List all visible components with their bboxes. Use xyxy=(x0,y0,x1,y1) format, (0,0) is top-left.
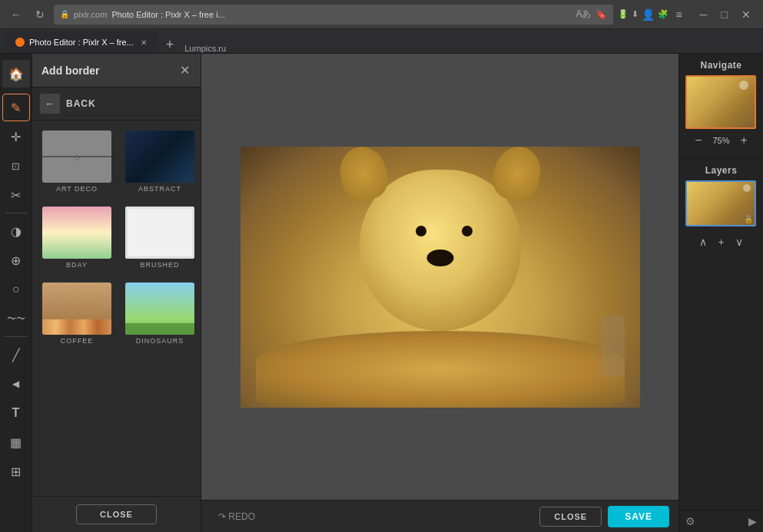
navigate-title: Navigate xyxy=(685,60,757,71)
back-button-panel[interactable]: ← xyxy=(40,94,60,114)
new-tab-button[interactable]: + xyxy=(161,37,179,53)
art-deco-preview-visual xyxy=(42,131,111,183)
border-item-brushed[interactable]: BRUSHED xyxy=(121,203,198,273)
close-panel-button[interactable]: CLOSE xyxy=(76,504,157,524)
filter-icon: ⊕ xyxy=(11,253,21,268)
eraser-tool-button[interactable]: ◀ xyxy=(2,370,30,398)
toolbar-divider-2 xyxy=(5,336,28,337)
status-url: Lumpics.ru xyxy=(184,44,226,53)
bg-person xyxy=(602,316,625,377)
border-item-art-deco[interactable]: ART DECO xyxy=(38,127,115,197)
border-preview-art-deco xyxy=(42,131,111,183)
back-label: BACK xyxy=(66,98,96,109)
border-preview-bday xyxy=(42,207,111,259)
dog-ear-left xyxy=(333,147,392,206)
nav-bokeh xyxy=(739,81,748,90)
image-tool-button[interactable]: ⊞ xyxy=(2,458,30,485)
toolbar-divider xyxy=(5,213,28,213)
close-window-button[interactable]: ✕ xyxy=(735,7,757,22)
lock-icon: 🔒 xyxy=(60,10,69,18)
edit-tool-button[interactable]: ✎ xyxy=(2,94,30,121)
layer-add-button[interactable]: + xyxy=(715,234,727,249)
adjust-tool-button[interactable]: ◑ xyxy=(2,217,30,245)
tab-favicon xyxy=(15,38,25,47)
refresh-button[interactable]: ↻ xyxy=(31,7,49,22)
panel-title: Add border xyxy=(41,64,99,77)
left-toolbar: 🏠 ✎ ✛ ⊡ ✂ ◑ ⊕ ○ 〜〜 ╱ ◀ xyxy=(0,54,32,532)
cut-icon: ✂ xyxy=(11,188,21,203)
minimize-button[interactable]: ─ xyxy=(694,7,714,22)
settings-button[interactable]: ⚙ xyxy=(685,515,695,527)
back-button[interactable]: ← xyxy=(6,7,26,22)
move-tool-button[interactable]: ✛ xyxy=(2,123,30,150)
border-item-dinosaurs[interactable]: DINOSAURS xyxy=(121,279,198,349)
canvas-container[interactable] xyxy=(201,54,678,500)
border-item-bday[interactable]: BDAY xyxy=(38,203,115,273)
tab-close-button[interactable]: ✕ xyxy=(138,38,149,48)
canvas-bottom-bar: ↷ REDO CLOSE SAVE xyxy=(201,500,678,532)
border-label-abstract: ABSTRACT xyxy=(138,185,181,193)
browser-chrome: ← ↻ 🔒 pixlr.com Photo Editor : Pixlr X –… xyxy=(0,0,763,29)
dinosaurs-preview-visual xyxy=(125,283,194,335)
border-grid: ART DECO ABSTRACT BDAY xyxy=(32,121,201,496)
brush-tool-button[interactable]: 〜〜 xyxy=(2,305,30,332)
eraser-icon: ◀ xyxy=(12,378,19,389)
border-item-coffee[interactable]: COFFEE xyxy=(38,279,115,349)
cut-tool-button[interactable]: ✂ xyxy=(2,181,30,209)
panel-footer: CLOSE xyxy=(32,496,201,532)
dog-ear-right xyxy=(487,147,546,206)
layer-item-1[interactable]: 🔒 xyxy=(685,180,756,226)
zoom-level: 75% xyxy=(710,136,733,145)
dog-eye-right xyxy=(462,226,473,236)
filter-tool-button[interactable]: ⊕ xyxy=(2,246,30,274)
navigate-preview[interactable] xyxy=(685,75,756,129)
move-icon: ✛ xyxy=(11,130,21,144)
window-controls: ─ □ ✕ xyxy=(694,7,757,22)
profile-icon[interactable]: 👤 xyxy=(642,8,655,21)
panel-close-button[interactable]: ✕ xyxy=(178,61,191,79)
text-tool-button[interactable]: T xyxy=(2,399,30,427)
border-preview-dinosaurs xyxy=(125,283,194,335)
circle-tool-button[interactable]: ○ xyxy=(2,276,30,303)
expand-button[interactable]: ▶ xyxy=(748,515,757,527)
border-item-abstract[interactable]: ABSTRACT xyxy=(121,127,198,197)
border-label-bday: BDAY xyxy=(66,261,88,269)
zoom-in-button[interactable]: + xyxy=(738,132,751,149)
layer-up-button[interactable]: ∧ xyxy=(696,234,710,249)
crop-icon: ⊡ xyxy=(12,160,20,172)
active-tab[interactable]: Photo Editor : Pixlr X – fre... ✕ xyxy=(6,31,158,53)
canvas-area: ↷ REDO CLOSE SAVE xyxy=(201,54,678,532)
site-name: pixlr.com xyxy=(74,10,107,19)
save-button[interactable]: SAVE xyxy=(608,506,669,527)
circle-icon: ○ xyxy=(12,283,20,296)
grid-tool-button[interactable]: ▦ xyxy=(2,428,30,456)
maximize-button[interactable]: □ xyxy=(715,7,734,22)
coffee-preview-visual xyxy=(42,283,111,335)
bday-preview-visual xyxy=(42,207,111,259)
redo-button[interactable]: ↷ REDO xyxy=(211,507,263,527)
bookmark-icon[interactable]: 🔖 xyxy=(595,9,607,20)
layers-section: Layers 🔒 ∧ + ∨ xyxy=(679,159,763,510)
border-label-coffee: COFFEE xyxy=(61,337,94,345)
tab-label: Photo Editor : Pixlr X – fre... xyxy=(29,38,134,47)
zoom-out-button[interactable]: − xyxy=(692,132,705,149)
dog-eye-left xyxy=(416,226,426,236)
pen-icon: ╱ xyxy=(12,348,20,362)
page-title: Photo Editor : Pixlr X – free i... xyxy=(111,10,571,19)
dog-image xyxy=(241,147,640,408)
pen-tool-button[interactable]: ╱ xyxy=(2,341,30,368)
address-bar[interactable]: 🔒 pixlr.com Photo Editor : Pixlr X – fre… xyxy=(54,5,613,25)
home-button[interactable]: 🏠 xyxy=(2,60,30,88)
layer-lock-icon: 🔒 xyxy=(744,215,753,223)
edit-icon: ✎ xyxy=(11,101,21,115)
close-canvas-button[interactable]: CLOSE xyxy=(539,507,602,527)
zoom-controls: − 75% + xyxy=(685,129,757,152)
hamburger-menu[interactable]: ≡ xyxy=(672,7,685,22)
grid-icon: ▦ xyxy=(10,435,22,450)
dog-nose xyxy=(426,249,453,266)
nav-preview-image xyxy=(687,77,755,127)
download-icon: ⬇ xyxy=(632,9,639,19)
layer-down-button[interactable]: ∨ xyxy=(732,234,746,249)
crop-tool-button[interactable]: ⊡ xyxy=(2,152,30,180)
app-layout: 🏠 ✎ ✛ ⊡ ✂ ◑ ⊕ ○ 〜〜 ╱ ◀ xyxy=(0,54,763,532)
